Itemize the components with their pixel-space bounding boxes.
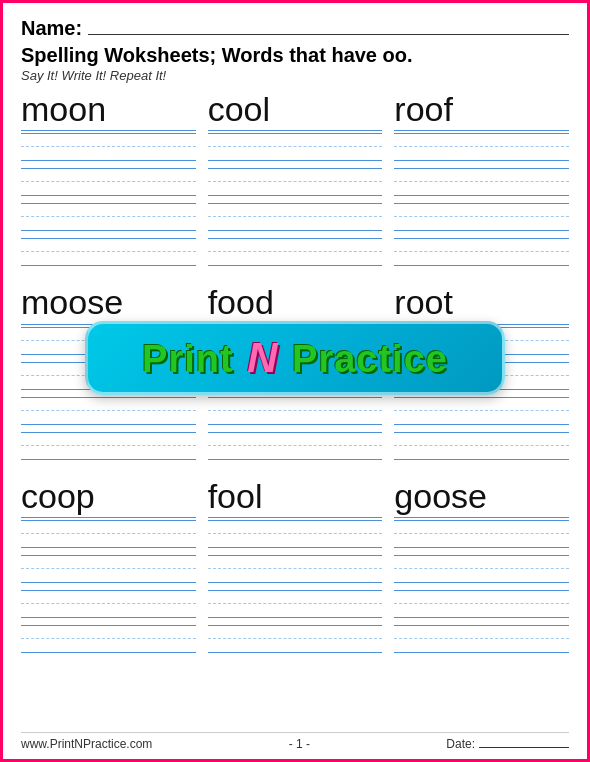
footer-date-label: Date: bbox=[446, 737, 475, 751]
worksheet-page: Name: Spelling Woksheets; Words that hav… bbox=[0, 0, 590, 762]
line-set bbox=[21, 520, 196, 548]
line-set bbox=[394, 397, 569, 425]
word-col-fool: fool bbox=[208, 478, 383, 665]
line-set bbox=[208, 590, 383, 618]
word-cool: cool bbox=[208, 91, 383, 131]
line-set bbox=[21, 590, 196, 618]
banner-text: Print N Practice bbox=[142, 334, 448, 382]
line-set bbox=[21, 397, 196, 425]
writing-lines-roof bbox=[394, 133, 569, 268]
line-set bbox=[394, 432, 569, 460]
words-row-1: moon cool roof bbox=[21, 91, 569, 278]
footer-date-line[interactable] bbox=[479, 747, 569, 748]
line-set bbox=[208, 520, 383, 548]
name-row: Name: bbox=[21, 17, 569, 40]
writing-lines-fool bbox=[208, 520, 383, 655]
word-col-cool: cool bbox=[208, 91, 383, 278]
word-roof: roof bbox=[394, 91, 569, 131]
line-set bbox=[394, 238, 569, 266]
name-input-line[interactable] bbox=[88, 17, 569, 35]
word-col-moon: moon bbox=[21, 91, 196, 278]
brand-banner: Print N Practice bbox=[85, 321, 505, 395]
line-set bbox=[208, 432, 383, 460]
line-set bbox=[21, 238, 196, 266]
writing-lines-goose bbox=[394, 520, 569, 655]
word-coop: coop bbox=[21, 478, 196, 518]
line-set bbox=[21, 432, 196, 460]
writing-lines-coop bbox=[21, 520, 196, 655]
name-label: Name: bbox=[21, 17, 82, 40]
page-title: Spelling Woksheets; Words that have oo. bbox=[21, 44, 569, 67]
word-col-roof: roof bbox=[394, 91, 569, 278]
line-set bbox=[21, 555, 196, 583]
word-moose: moose bbox=[21, 284, 196, 324]
line-set bbox=[394, 133, 569, 161]
line-set bbox=[208, 238, 383, 266]
footer-page-number: - 1 - bbox=[152, 737, 446, 751]
words-row-3: coop fool goos bbox=[21, 478, 569, 665]
line-set bbox=[394, 555, 569, 583]
line-set bbox=[208, 397, 383, 425]
line-set bbox=[21, 203, 196, 231]
word-root: root bbox=[394, 284, 569, 324]
line-set bbox=[208, 168, 383, 196]
footer-website: www.PrintNPractice.com bbox=[21, 737, 152, 751]
word-moon: moon bbox=[21, 91, 196, 131]
page-subtitle: Say It! Write It! Repeat It! bbox=[21, 68, 569, 83]
line-set bbox=[21, 168, 196, 196]
line-set bbox=[394, 203, 569, 231]
page-footer: www.PrintNPractice.com - 1 - Date: bbox=[21, 732, 569, 751]
word-col-goose: goose bbox=[394, 478, 569, 665]
line-set bbox=[208, 625, 383, 653]
word-food: food bbox=[208, 284, 383, 324]
line-set bbox=[394, 520, 569, 548]
banner-print: Print bbox=[142, 338, 245, 380]
line-set bbox=[394, 590, 569, 618]
word-col-coop: coop bbox=[21, 478, 196, 665]
word-fool: fool bbox=[208, 478, 383, 518]
banner-n: N bbox=[247, 334, 278, 381]
line-set bbox=[208, 203, 383, 231]
line-set bbox=[208, 555, 383, 583]
writing-lines-cool bbox=[208, 133, 383, 268]
line-set bbox=[208, 133, 383, 161]
line-set bbox=[394, 168, 569, 196]
line-set bbox=[21, 133, 196, 161]
banner-practice: Practice bbox=[281, 338, 448, 380]
writing-lines-moon bbox=[21, 133, 196, 268]
line-set bbox=[394, 625, 569, 653]
word-goose: goose bbox=[394, 478, 569, 518]
line-set bbox=[21, 625, 196, 653]
footer-date-section: Date: bbox=[446, 737, 569, 751]
